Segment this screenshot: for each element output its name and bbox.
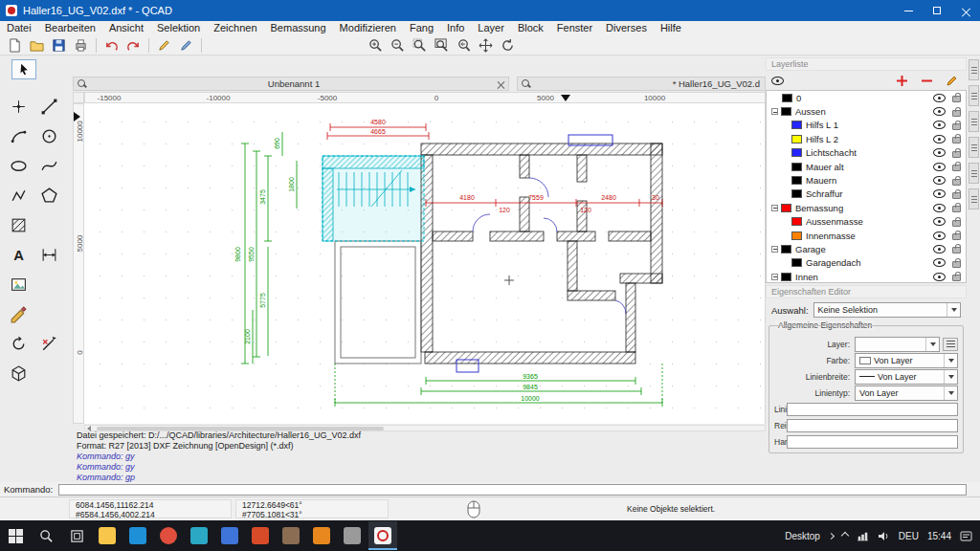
layer-lock-icon[interactable] bbox=[952, 137, 961, 143]
task-view-button[interactable] bbox=[61, 520, 92, 551]
selection-tool-button[interactable] bbox=[11, 59, 36, 79]
scrollbar-thumb[interactable] bbox=[97, 427, 384, 430]
open-file-button[interactable] bbox=[26, 36, 48, 55]
layer-row-lichtschacht[interactable]: Lichtschacht bbox=[767, 146, 966, 160]
remove-layer-button[interactable] bbox=[917, 72, 936, 89]
menu-diverses[interactable]: Diverses bbox=[599, 21, 654, 35]
layer-lock-icon[interactable] bbox=[952, 192, 961, 199]
taskbar-app-qcad[interactable] bbox=[368, 521, 397, 550]
collapse-toggle-icon[interactable] bbox=[771, 108, 778, 115]
taskbar-app-settings[interactable] bbox=[338, 521, 367, 550]
redo-button[interactable] bbox=[122, 36, 145, 55]
menu-ansicht[interactable]: Ansicht bbox=[102, 21, 150, 35]
layer-row-mauer-alt[interactable]: Mauer alt bbox=[767, 160, 966, 173]
menu-layer[interactable]: Layer bbox=[471, 21, 511, 35]
dock-toggle-property-editor[interactable] bbox=[969, 59, 979, 80]
close-button[interactable] bbox=[951, 0, 980, 21]
layer-row-garage[interactable]: Garage bbox=[767, 242, 966, 255]
zoom-previous-button[interactable] bbox=[453, 36, 475, 55]
spline-tool[interactable] bbox=[33, 151, 64, 181]
dimension-tool[interactable] bbox=[33, 240, 64, 270]
linetype-scale-input[interactable] bbox=[787, 403, 958, 416]
menu-modifizieren[interactable]: Modifizieren bbox=[333, 21, 403, 35]
doc-tab-unbenannt[interactable]: Unbenannt 1 bbox=[73, 77, 509, 91]
linetype-combobox[interactable]: Von Layer bbox=[855, 386, 958, 401]
measure-tool[interactable] bbox=[3, 299, 33, 329]
layer-visibility-icon[interactable] bbox=[933, 163, 946, 171]
layer-visibility-icon[interactable] bbox=[933, 176, 946, 185]
edit-layer-button[interactable] bbox=[942, 72, 961, 89]
layer-combobox[interactable] bbox=[855, 337, 940, 352]
layer-row-innen[interactable]: Innen bbox=[767, 270, 966, 283]
speaker-icon[interactable] bbox=[878, 531, 890, 541]
start-button[interactable] bbox=[0, 520, 31, 551]
layer-visibility-icon[interactable] bbox=[933, 258, 946, 267]
layer-lock-icon[interactable] bbox=[952, 233, 961, 240]
rotate-tool[interactable] bbox=[3, 329, 33, 359]
taskbar-app-vlc[interactable] bbox=[307, 521, 336, 550]
layer-row-hilfs-l1[interactable]: Hilfs L 1 bbox=[767, 119, 966, 132]
layer-visibility-icon[interactable] bbox=[933, 204, 946, 212]
lineweight-combobox[interactable]: Von Layer bbox=[855, 369, 958, 385]
layer-visibility-icon[interactable] bbox=[933, 273, 946, 281]
layer-lock-icon[interactable] bbox=[952, 220, 961, 227]
menu-zeichnen[interactable]: Zeichnen bbox=[207, 21, 263, 35]
layer-visibility-icon[interactable] bbox=[933, 94, 946, 102]
layer-lock-icon[interactable] bbox=[952, 151, 961, 158]
layer-row-0[interactable]: 0 bbox=[767, 91, 966, 104]
collapse-toggle-icon[interactable] bbox=[771, 246, 778, 253]
layer-row-aussen[interactable]: Aussen bbox=[767, 104, 966, 118]
toggle-all-layers-button[interactable] bbox=[771, 72, 791, 89]
layer-visibility-icon[interactable] bbox=[933, 135, 946, 143]
menu-bearbeiten[interactable]: Bearbeiten bbox=[38, 21, 102, 35]
taskbar-app-file-explorer[interactable] bbox=[93, 521, 122, 550]
circle-tool[interactable] bbox=[33, 121, 64, 151]
arc-tool[interactable] bbox=[3, 121, 33, 151]
taskbar-app-edge[interactable] bbox=[123, 521, 152, 550]
layer-row-aussenmasse[interactable]: Aussenmasse bbox=[767, 215, 966, 229]
menu-selektion[interactable]: Selektion bbox=[150, 21, 207, 35]
taskbar-app-office[interactable] bbox=[246, 521, 275, 550]
layer-visibility-icon[interactable] bbox=[933, 121, 946, 129]
line-tool[interactable] bbox=[33, 92, 64, 121]
undo-button[interactable] bbox=[100, 36, 122, 55]
collapse-toggle-icon[interactable] bbox=[771, 274, 778, 280]
draw-order-input[interactable] bbox=[787, 419, 958, 432]
selection-combobox[interactable]: Keine Selektion bbox=[813, 302, 961, 318]
layer-visibility-icon[interactable] bbox=[933, 148, 946, 157]
point-tool[interactable] bbox=[3, 92, 33, 121]
network-icon[interactable] bbox=[857, 531, 869, 541]
tab-close-icon[interactable] bbox=[497, 80, 504, 88]
polyline-tool[interactable] bbox=[3, 181, 33, 210]
layer-lock-icon[interactable] bbox=[952, 247, 961, 253]
doc-tab-haller16[interactable]: * Haller16_UG_V02.d bbox=[517, 77, 766, 91]
layer-lock-icon[interactable] bbox=[952, 123, 961, 130]
layer-row-bemassung[interactable]: Bemassung bbox=[767, 201, 966, 214]
dock-toggle-selection-filter[interactable] bbox=[969, 188, 979, 209]
pan-button[interactable] bbox=[475, 36, 497, 55]
menu-fang[interactable]: Fang bbox=[403, 21, 440, 35]
menu-info[interactable]: Info bbox=[440, 21, 471, 35]
search-button[interactable] bbox=[31, 520, 61, 551]
menu-fenster[interactable]: Fenster bbox=[550, 21, 599, 35]
dock-toggle-layer-list[interactable] bbox=[969, 85, 979, 106]
draw-pencil-button[interactable] bbox=[153, 36, 175, 55]
menu-bemassung[interactable]: Bemassung bbox=[264, 21, 333, 35]
layer-lock-icon[interactable] bbox=[952, 179, 961, 186]
dock-toggle-library-browser[interactable] bbox=[969, 137, 979, 158]
toolbar-overflow-icon[interactable] bbox=[828, 532, 835, 539]
color-combobox[interactable]: Von Layer bbox=[855, 353, 958, 368]
handle-input[interactable] bbox=[787, 435, 958, 449]
iso-view-tool[interactable] bbox=[3, 359, 33, 388]
notification-icon[interactable] bbox=[960, 531, 972, 541]
layer-row-schraffur[interactable]: Schraffur bbox=[767, 187, 966, 201]
dock-toggle-block-list[interactable] bbox=[969, 111, 979, 132]
taskbar-app-photos[interactable] bbox=[215, 521, 244, 550]
layer-visibility-icon[interactable] bbox=[933, 245, 946, 253]
taskbar-app-gimp[interactable] bbox=[277, 521, 305, 550]
layer-row-innenmasse[interactable]: Innenmasse bbox=[767, 229, 966, 242]
layer-lock-icon[interactable] bbox=[952, 275, 961, 281]
polygon-tool[interactable] bbox=[33, 181, 64, 210]
collapse-toggle-icon[interactable] bbox=[771, 205, 778, 211]
layer-menu-button[interactable] bbox=[943, 338, 958, 351]
